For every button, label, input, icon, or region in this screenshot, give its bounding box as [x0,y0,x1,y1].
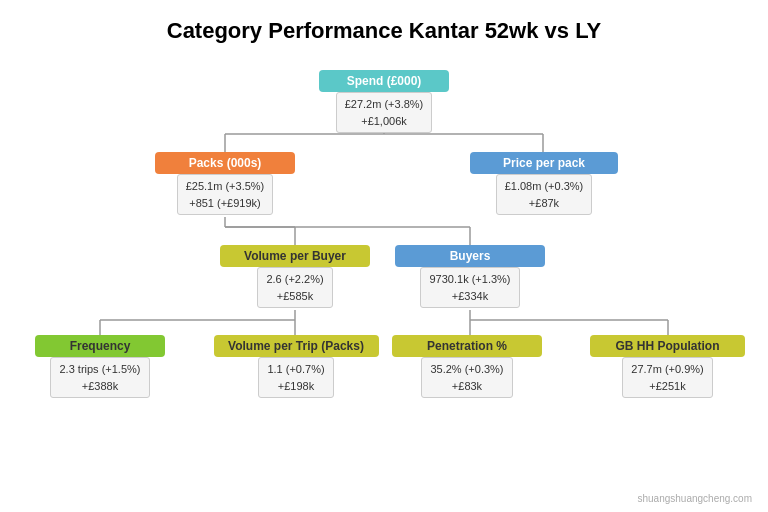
packs-data: £25.1m (+3.5%) +851 (+£919k) [177,174,274,215]
volume-trip-label: Volume per Trip (Packs) [214,335,379,357]
volume-buyer-data: 2.6 (+2.2%) +£585k [257,267,332,308]
page-title: Category Performance Kantar 52wk vs LY [0,0,768,52]
packs-label: Packs (000s) [155,152,295,174]
chart-area: Spend (£000) £27.2m (+3.8%) +£1,006k Pac… [0,52,768,492]
node-volume-trip: Volume per Trip (Packs) 1.1 (+0.7%) +£19… [210,335,382,398]
node-gbhh: GB HH Population 27.7m (+0.9%) +£251k [585,335,750,398]
node-penetration: Penetration % 35.2% (+0.3%) +£83k [387,335,547,398]
node-frequency: Frequency 2.3 trips (+1.5%) +£388k [30,335,170,398]
penetration-data: 35.2% (+0.3%) +£83k [421,357,512,398]
buyers-data: 9730.1k (+1.3%) +£334k [420,267,519,308]
gbhh-data: 27.7m (+0.9%) +£251k [622,357,712,398]
spend-label: Spend (£000) [319,70,449,92]
price-data: £1.08m (+0.3%) +£87k [496,174,593,215]
spend-data: £27.2m (+3.8%) +£1,006k [336,92,433,133]
penetration-label: Penetration % [392,335,542,357]
node-price: Price per pack £1.08m (+0.3%) +£87k [465,152,623,215]
node-buyers: Buyers 9730.1k (+1.3%) +£334k [390,245,550,308]
node-packs: Packs (000s) £25.1m (+3.5%) +851 (+£919k… [150,152,300,215]
node-spend: Spend (£000) £27.2m (+3.8%) +£1,006k [314,70,454,133]
node-volume-buyer: Volume per Buyer 2.6 (+2.2%) +£585k [215,245,375,308]
price-label: Price per pack [470,152,618,174]
frequency-label: Frequency [35,335,165,357]
gbhh-label: GB HH Population [590,335,745,357]
frequency-data: 2.3 trips (+1.5%) +£388k [50,357,149,398]
volume-buyer-label: Volume per Buyer [220,245,370,267]
volume-trip-data: 1.1 (+0.7%) +£198k [258,357,333,398]
watermark: shuangshuangcheng.com [637,493,752,504]
buyers-label: Buyers [395,245,545,267]
